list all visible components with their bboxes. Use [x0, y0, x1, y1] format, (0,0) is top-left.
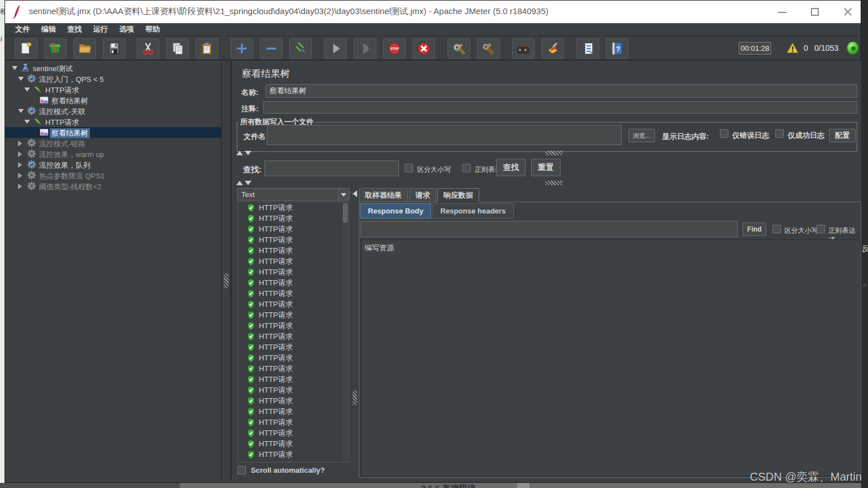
start-button[interactable]: [324, 38, 347, 59]
collapse-icon[interactable]: [24, 88, 30, 91]
templates-button[interactable]: [44, 38, 67, 59]
menu-item-5[interactable]: 帮助: [140, 23, 166, 36]
result-item-11[interactable]: HTTP请求: [238, 320, 349, 331]
errors-only-checkbox[interactable]: [720, 129, 728, 138]
scrollbar-thumb[interactable]: [343, 203, 348, 223]
menu-item-2[interactable]: 查找: [62, 23, 88, 36]
result-item-2[interactable]: HTTP请求: [238, 224, 349, 234]
response-case-checkbox[interactable]: [772, 225, 781, 233]
tree-item-10[interactable]: 热点参数限流 QPS1: [5, 170, 221, 181]
expand-icon[interactable]: [18, 173, 22, 178]
expand-icon[interactable]: [18, 162, 22, 168]
warning-icon[interactable]: [786, 42, 799, 54]
response-regex-checkbox[interactable]: [817, 225, 825, 233]
collapse-left-icon[interactable]: [353, 190, 357, 197]
result-item-14[interactable]: HTTP请求: [238, 352, 349, 363]
result-item-9[interactable]: HTTP请求: [238, 299, 349, 310]
results-divider[interactable]: [351, 187, 359, 478]
tree-item-9[interactable]: 流控效果，队列: [5, 159, 221, 170]
splitter-up-icon[interactable]: [236, 181, 243, 185]
horizontal-splitter[interactable]: [232, 150, 862, 156]
result-item-4[interactable]: HTTP请求: [238, 245, 349, 256]
menu-item-1[interactable]: 编辑: [36, 23, 62, 36]
result-item-13[interactable]: HTTP请求: [238, 342, 349, 352]
result-item-5[interactable]: HTTP请求: [238, 256, 349, 267]
menu-item-0[interactable]: 文件: [10, 23, 36, 36]
save-button[interactable]: [103, 38, 125, 59]
view-mode-select[interactable]: Text: [237, 188, 349, 201]
tab-1[interactable]: 请求: [409, 188, 436, 202]
result-item-19[interactable]: HTTP请求: [238, 406, 349, 417]
result-item-8[interactable]: HTTP请求: [238, 288, 349, 299]
tab-2[interactable]: 响应数据: [437, 188, 479, 202]
minimize-button[interactable]: [769, 1, 795, 23]
toggle-button[interactable]: [289, 38, 312, 59]
new-button[interactable]: [15, 38, 37, 59]
menu-item-3[interactable]: 运行: [88, 23, 114, 36]
filename-input[interactable]: [267, 125, 622, 145]
search-regex-checkbox[interactable]: [462, 164, 471, 172]
response-find-input[interactable]: [361, 221, 738, 237]
result-item-7[interactable]: HTTP请求: [238, 277, 349, 288]
cut-button[interactable]: [137, 38, 159, 59]
search-find-button[interactable]: 查找: [496, 159, 526, 176]
search-button[interactable]: [512, 38, 535, 59]
collapse-all-button[interactable]: [260, 38, 283, 59]
success-only-checkbox[interactable]: [775, 129, 784, 138]
remote-start-button[interactable]: [448, 38, 470, 59]
result-item-18[interactable]: HTTP请求: [238, 395, 349, 406]
collapse-icon[interactable]: [18, 109, 24, 113]
tree-item-5[interactable]: HTTP请求: [5, 116, 221, 127]
stop-button[interactable]: STOP: [383, 38, 406, 59]
result-item-16[interactable]: HTTP请求: [238, 374, 349, 385]
help-button[interactable]: ?: [606, 38, 628, 59]
result-item-17[interactable]: HTTP请求: [238, 385, 349, 395]
collapse-icon[interactable]: [18, 77, 24, 81]
menu-item-4[interactable]: 选项: [114, 23, 140, 36]
browse-button[interactable]: 浏览...: [628, 129, 655, 142]
result-item-15[interactable]: HTTP请求: [238, 363, 349, 374]
subtab-0[interactable]: Response Body: [360, 203, 431, 219]
result-item-20[interactable]: HTTP请求: [238, 417, 349, 428]
comment-input[interactable]: [263, 101, 857, 114]
tree-item-4[interactable]: 流控模式-关联: [5, 106, 221, 116]
maximize-button[interactable]: [802, 1, 828, 23]
autoscroll-checkbox[interactable]: [237, 466, 246, 474]
expand-icon[interactable]: [18, 141, 22, 146]
tree-item-7[interactable]: 流控模式-链路: [5, 138, 221, 149]
collapse-icon[interactable]: [12, 66, 18, 70]
tree-item-6[interactable]: 察看结果树: [5, 127, 221, 138]
vertical-splitter[interactable]: [221, 62, 231, 480]
result-item-24[interactable]: HTTP请求: [238, 460, 349, 463]
response-body-area[interactable]: 编写资源: [361, 239, 861, 476]
function-helper-button[interactable]: [576, 38, 599, 59]
expand-icon[interactable]: [18, 184, 22, 189]
result-item-12[interactable]: HTTP请求: [238, 331, 349, 342]
collapse-icon[interactable]: [24, 120, 30, 124]
tree-item-3[interactable]: 察看结果树: [5, 95, 221, 106]
horizontal-splitter[interactable]: [232, 180, 862, 186]
close-button[interactable]: [835, 1, 861, 23]
tree-item-8[interactable]: 流控效果，warm up: [5, 149, 221, 159]
copy-button[interactable]: [166, 38, 189, 59]
search-reset-button[interactable]: 重置: [531, 159, 561, 176]
result-item-10[interactable]: HTTP请求: [238, 310, 349, 320]
subtab-1[interactable]: Response headers: [432, 203, 514, 219]
tree-item-11[interactable]: 阈值类型-线程数<2: [5, 181, 221, 191]
reset-search-button[interactable]: [541, 38, 564, 59]
expand-icon[interactable]: [18, 151, 22, 157]
result-item-22[interactable]: HTTP请求: [238, 438, 349, 449]
tree-item-2[interactable]: HTTP请求: [5, 84, 221, 95]
name-input[interactable]: [266, 84, 857, 98]
splitter-up-icon[interactable]: [236, 151, 243, 155]
paste-button[interactable]: [196, 38, 218, 59]
result-item-6[interactable]: HTTP请求: [238, 267, 349, 277]
splitter-down-icon[interactable]: [245, 181, 251, 185]
shutdown-button[interactable]: [413, 38, 435, 59]
search-case-checkbox[interactable]: [405, 164, 413, 172]
open-button[interactable]: [73, 38, 96, 59]
tab-0[interactable]: 取样器结果: [359, 188, 408, 202]
search-input[interactable]: [264, 160, 399, 176]
result-item-3[interactable]: HTTP请求: [238, 234, 349, 245]
start-no-pauses-button[interactable]: [354, 38, 376, 59]
